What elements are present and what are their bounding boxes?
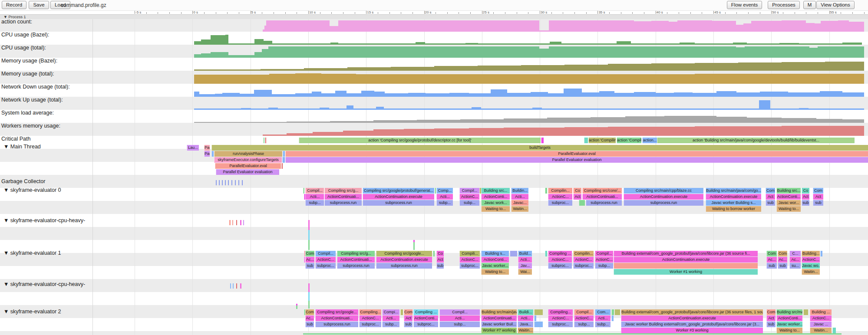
track-header-skyframe-evaluator-cpu-heavy[interactable]: ▼ skyframe-evaluator-cpu-heavy- xyxy=(3,217,85,224)
trace-tick[interactable] xyxy=(235,180,236,185)
trace-span[interactable]: ActionC... xyxy=(548,194,572,200)
trace-span[interactable]: action 'Compili... xyxy=(617,138,641,143)
trace-span[interactable]: Act xyxy=(766,194,775,200)
trace-span[interactable] xyxy=(614,263,758,269)
trace-span[interactable] xyxy=(400,309,403,315)
trace-span[interactable]: Acti... xyxy=(518,315,533,321)
trace-span[interactable]: ActionC... xyxy=(315,257,336,263)
trace-span[interactable]: Worker #7 working xyxy=(481,328,517,333)
trace-span[interactable]: sub xyxy=(766,322,776,327)
trace-tick[interactable] xyxy=(308,240,310,250)
trace-span[interactable] xyxy=(534,315,536,321)
trace-span[interactable]: Ac... xyxy=(305,257,314,263)
trace-span[interactable]: Building src... xyxy=(481,188,510,194)
trace-span[interactable]: Javac wor... xyxy=(776,200,801,206)
trace-span[interactable] xyxy=(303,188,304,194)
trace-span[interactable]: Act xyxy=(404,315,413,321)
trace-tick[interactable] xyxy=(242,180,243,185)
trace-span[interactable]: subprocess.run xyxy=(363,200,434,206)
trace-span[interactable]: ActionConti... xyxy=(481,257,509,263)
trace-tick[interactable] xyxy=(265,138,266,143)
trace-span[interactable]: Com xyxy=(766,188,775,194)
trace-span[interactable]: ActionContinuati... xyxy=(324,194,362,200)
trace-span[interactable]: Compiling src/g... xyxy=(324,188,362,194)
trace-span[interactable]: sub xyxy=(766,263,777,269)
trace-span[interactable]: Javac wo... xyxy=(802,263,820,269)
trace-span[interactable]: Compil... xyxy=(595,251,613,256)
trace-span[interactable]: Building src/main/java/com/go... xyxy=(706,188,761,194)
track-header-skyframe-evaluator-2[interactable]: ▼ skyframe-evaluator 2 xyxy=(3,309,61,315)
trace-span[interactable] xyxy=(545,188,547,194)
trace-span[interactable]: Com xyxy=(766,251,777,256)
trace-span[interactable]: Waiting to borrow worker xyxy=(706,206,761,212)
toolbar-button-processes[interactable]: Processes xyxy=(768,1,800,9)
trace-tick[interactable] xyxy=(228,180,229,185)
trace-span[interactable]: sub xyxy=(802,200,809,206)
trace-span[interactable]: Ac... xyxy=(789,257,801,263)
trace-span[interactable]: Ac... xyxy=(778,257,787,263)
trace-span[interactable]: Compiling... xyxy=(548,309,573,315)
trace-span[interactable]: subproc... xyxy=(548,200,572,206)
trace-tick[interactable] xyxy=(222,180,223,185)
trace-span[interactable]: ParallelEvaluator.eval xyxy=(215,163,281,169)
trace-span[interactable]: ParallelEvaluator.eval xyxy=(285,151,868,157)
trace-span[interactable]: Java... xyxy=(518,322,533,327)
trace-span[interactable]: ActionContinuation.execute xyxy=(363,194,434,200)
trace-tick[interactable] xyxy=(238,180,239,185)
trace-span[interactable]: ActionContinuation.execute xyxy=(706,194,761,200)
track-header-skyframe-evaluator-0[interactable]: ▼ skyframe-evaluator 0 xyxy=(3,187,61,194)
trace-span[interactable]: Javac... xyxy=(511,200,528,206)
trace-span[interactable]: Javac worker Buil... xyxy=(481,322,517,327)
trace-span[interactable] xyxy=(803,309,808,315)
trace-span[interactable]: skyframeExecutor.configureTargets xyxy=(214,157,282,163)
trace-span[interactable]: Waiting to... xyxy=(481,206,510,212)
trace-span[interactable]: subp... xyxy=(459,200,479,206)
trace-span[interactable] xyxy=(832,328,836,333)
trace-span[interactable]: Building src... xyxy=(776,188,801,194)
trace-span[interactable]: Compiling src/google... xyxy=(376,251,432,256)
trace-span[interactable]: Wai... xyxy=(518,269,532,275)
trace-span[interactable]: Waitin... xyxy=(511,206,528,212)
trace-span[interactable]: ActionContinuation.execute xyxy=(376,257,432,263)
trace-span[interactable]: subprocess.run xyxy=(376,263,432,269)
trace-span[interactable]: subproc... xyxy=(548,322,573,327)
trace-span[interactable]: subprocess.run xyxy=(586,200,622,206)
trace-span[interactable]: Compiling... xyxy=(359,309,381,315)
toolbar-button-flow-events[interactable]: Flow events xyxy=(727,1,762,9)
trace-span[interactable]: Com xyxy=(778,251,787,256)
trace-span[interactable]: Parallel Evaluator evaluation xyxy=(285,157,868,163)
trace-span[interactable] xyxy=(433,251,435,256)
trace-span[interactable]: Compili... xyxy=(459,251,480,256)
trace-span[interactable]: ActionContinuati... xyxy=(582,194,622,200)
trace-tick[interactable] xyxy=(236,283,237,289)
trace-span[interactable]: Compiling src/google... xyxy=(315,309,358,315)
trace-span[interactable]: subprocess.run xyxy=(315,322,358,327)
trace-span[interactable]: Act xyxy=(813,194,823,200)
timeline-canvas[interactable]: action 'Compiling src/google/protobuf/de… xyxy=(0,0,868,335)
trace-span[interactable]: sub xyxy=(404,322,413,327)
trace-span[interactable]: Building s... xyxy=(481,251,509,256)
trace-tick[interactable] xyxy=(230,283,231,289)
trace-span[interactable]: ActionConti... xyxy=(413,315,438,321)
trace-span[interactable]: Co xyxy=(436,251,444,256)
trace-tick[interactable] xyxy=(308,220,310,230)
trace-tick[interactable] xyxy=(308,292,310,301)
trace-span[interactable]: ActionContinuation.execute xyxy=(614,257,758,263)
trace-span[interactable]: Comp... xyxy=(436,188,453,194)
trace-span[interactable]: subp... xyxy=(595,263,613,269)
trace-span[interactable]: subprocess.run xyxy=(337,263,375,269)
trace-span[interactable]: ActionC... xyxy=(802,257,820,263)
trace-span[interactable]: Building src/main/jav... xyxy=(481,309,517,315)
trace-span[interactable]: subp... xyxy=(574,322,594,327)
trace-span[interactable]: Compi... xyxy=(382,309,399,315)
trace-span[interactable] xyxy=(282,157,285,163)
trace-span[interactable]: Ac... xyxy=(305,315,314,321)
trace-span[interactable] xyxy=(611,315,614,321)
trace-span[interactable]: ActionC... xyxy=(548,257,572,263)
trace-span[interactable]: Compil... xyxy=(439,309,480,315)
toolbar-button-record[interactable]: Record xyxy=(2,1,26,9)
trace-span[interactable]: Compil... xyxy=(315,251,336,256)
trace-span[interactable]: Waiting to... xyxy=(776,206,801,212)
trace-span[interactable]: subp... xyxy=(305,200,324,206)
trace-span[interactable]: subp... xyxy=(439,322,480,327)
